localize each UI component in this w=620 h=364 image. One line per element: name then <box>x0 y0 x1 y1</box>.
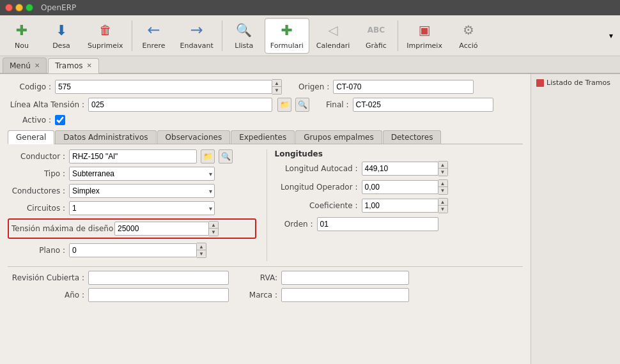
imprimeix-button[interactable]: ▣ Imprimeix <box>401 18 448 54</box>
marca-input[interactable] <box>281 288 409 302</box>
longitudes-title: Longitudes <box>275 149 523 158</box>
long-autocad-spin-down[interactable]: ▼ <box>438 169 447 176</box>
conductor-search-btn[interactable]: 🔍 <box>219 149 233 163</box>
calendari-button[interactable]: ◁ Calendari <box>311 18 356 54</box>
coeficiente-spin-down[interactable]: ▼ <box>438 206 447 213</box>
ano-row: Año : <box>8 288 229 302</box>
tab-grupos-empalmes[interactable]: Grupos empalmes <box>295 130 382 144</box>
linea-folder-btn[interactable]: 📁 <box>277 98 291 112</box>
tab-detectores[interactable]: Detectores <box>383 130 442 144</box>
activo-checkbox[interactable] <box>55 115 65 125</box>
origen-input[interactable] <box>333 80 474 94</box>
long-autocad-spin-up[interactable]: ▲ <box>438 162 447 169</box>
tab-menu-label: Menú <box>10 61 31 70</box>
tension-input[interactable] <box>114 222 209 236</box>
codigo-spin-up[interactable]: ▲ <box>272 80 281 87</box>
final-input[interactable] <box>353 98 493 112</box>
tab-datos-admin[interactable]: Datos Administrativos <box>55 130 156 144</box>
app-title: OpenERP <box>41 3 76 12</box>
tab-tramos-close[interactable]: ✕ <box>86 63 91 69</box>
conductores-label: Conductores : <box>8 186 65 195</box>
revision-input[interactable] <box>88 271 229 285</box>
minimize-button[interactable] <box>15 4 23 11</box>
circuitos-label: Circuitos : <box>8 204 65 213</box>
plano-input[interactable] <box>69 243 197 257</box>
rva-row: RVA: <box>239 271 409 285</box>
grafic-button[interactable]: ABC Gràfic <box>357 18 395 54</box>
coeficiente-input[interactable] <box>362 199 438 213</box>
desa-button[interactable]: ⬇ Desa <box>42 18 81 54</box>
calendari-label: Calendari <box>316 42 350 50</box>
linea-input[interactable] <box>88 98 272 112</box>
enrere-button[interactable]: ← Enrere <box>135 18 173 54</box>
formulari-icon: ✚ <box>278 21 296 39</box>
suprimeix-button[interactable]: 🗑 Suprimeix <box>82 18 129 54</box>
bottom-right: RVA: Marca : <box>239 271 409 305</box>
conductor-input[interactable] <box>69 149 197 163</box>
sidebar-item-listado-tramos[interactable]: Listado de Tramos <box>534 77 617 89</box>
bottom-left: Revisión Cubierta : Año : <box>8 271 229 305</box>
more-arrow-icon: ▾ <box>609 31 613 40</box>
codigo-spinbtns: ▲ ▼ <box>272 79 282 95</box>
circuitos-select[interactable]: 1 2 3 <box>69 201 215 215</box>
tension-spin-down[interactable]: ▼ <box>209 229 218 236</box>
formulari-button[interactable]: ✚ Formulari <box>265 18 309 54</box>
coeficiente-row: Coeficiente : ▲ ▼ <box>275 198 523 213</box>
tension-spinbox: ▲ ▼ <box>114 221 219 236</box>
nou-label: Nou <box>15 42 29 50</box>
plano-spinbox: ▲ ▼ <box>69 243 206 258</box>
conductor-folder-btn[interactable]: 📁 <box>201 149 215 163</box>
close-button[interactable] <box>5 4 13 11</box>
tabbar: Menú ✕ Tramos ✕ <box>0 56 620 74</box>
tension-spinbtns: ▲ ▼ <box>209 221 219 236</box>
codigo-input[interactable] <box>55 80 272 94</box>
toolbar-more-button[interactable]: ▾ <box>605 18 617 54</box>
long-operador-label: Longitud Operador : <box>275 183 358 192</box>
tab-expedientes[interactable]: Expedientes <box>231 130 295 144</box>
plano-spin-down[interactable]: ▼ <box>197 250 206 257</box>
coeficiente-spin-up[interactable]: ▲ <box>438 199 447 206</box>
plano-spin-up[interactable]: ▲ <box>197 243 206 250</box>
endavant-button[interactable]: → Endavant <box>174 18 219 54</box>
long-autocad-input[interactable] <box>362 162 438 176</box>
long-operador-spin-down[interactable]: ▼ <box>438 187 447 194</box>
titlebar: OpenERP <box>0 0 620 15</box>
activo-label: Activo : <box>8 116 51 125</box>
ano-input[interactable] <box>88 288 229 302</box>
conductores-select[interactable]: Simplex Dúplex Tríplex <box>69 184 215 198</box>
coeficiente-spinbox: ▲ ▼ <box>362 198 448 213</box>
llista-button[interactable]: 🔍 Llista <box>225 18 263 54</box>
long-operador-input[interactable] <box>362 180 438 194</box>
linea-search-btn[interactable]: 🔍 <box>295 98 309 112</box>
tab-tramos[interactable]: Tramos ✕ <box>48 58 99 73</box>
tab-general[interactable]: General <box>8 130 54 144</box>
toolbar-sep-2 <box>222 20 222 51</box>
desa-icon: ⬇ <box>52 21 70 39</box>
nou-button[interactable]: ✚ Nou <box>3 18 41 54</box>
tab-observaciones[interactable]: Observaciones <box>157 130 231 144</box>
long-autocad-spinbtns: ▲ ▼ <box>438 161 448 176</box>
tab-observaciones-label: Observaciones <box>166 133 222 142</box>
coeficiente-spinbtns: ▲ ▼ <box>438 198 448 213</box>
tab-general-label: General <box>16 133 46 142</box>
tension-spin-up[interactable]: ▲ <box>209 222 218 229</box>
tab-menu[interactable]: Menú ✕ <box>3 57 47 73</box>
orden-input[interactable] <box>317 217 438 231</box>
main-content: Codigo : ▲ ▼ Origen : Línea Alta Tensión… <box>0 74 620 364</box>
marca-row: Marca : <box>239 288 409 302</box>
linea-row: Línea Alta Tensión : 📁 🔍 Final : <box>8 98 523 112</box>
tab-tramos-label: Tramos <box>55 61 82 70</box>
tipo-select[interactable]: Subterranea Aérea <box>69 167 215 181</box>
accio-button[interactable]: ⚙ Acció <box>449 18 488 54</box>
formulari-label: Formulari <box>270 42 304 50</box>
codigo-spin-down[interactable]: ▼ <box>272 87 281 94</box>
endavant-icon: → <box>188 21 206 39</box>
long-operador-spin-up[interactable]: ▲ <box>438 180 447 187</box>
general-tab-content: Conductor : 📁 🔍 Tipo : Subterranea Aérea… <box>8 149 523 261</box>
enrere-label: Enrere <box>143 42 166 50</box>
maximize-button[interactable] <box>26 4 33 11</box>
nou-icon: ✚ <box>13 21 31 39</box>
conductores-row: Conductores : Simplex Dúplex Tríplex ▾ <box>8 184 256 198</box>
rva-input[interactable] <box>281 271 409 285</box>
tab-menu-close[interactable]: ✕ <box>35 63 40 69</box>
